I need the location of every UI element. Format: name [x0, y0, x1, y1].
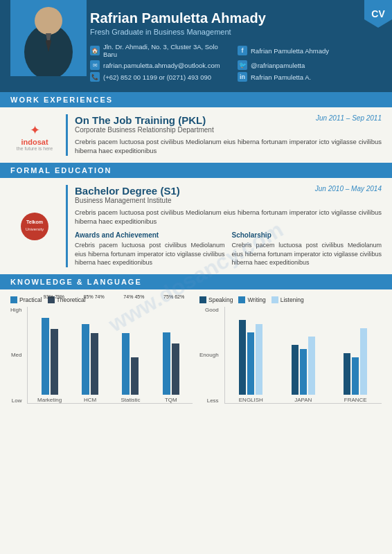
awards-text: Crebris pacem luctuosa post civilibus Me…: [75, 241, 225, 267]
hcm-practical-bar: [82, 324, 89, 395]
writing-color: [238, 296, 245, 303]
twitter-icon: 🐦: [238, 60, 247, 70]
svg-point-4: [21, 213, 48, 240]
bar-statistic: Statistic: [112, 333, 148, 403]
edu-date: Jun 2010 – May 2014: [315, 185, 382, 193]
knowledge-y-axis: High Med Low: [10, 307, 24, 404]
header: CV Rafrian Pamuletta Ahmady Fresh Gradua…: [0, 0, 392, 92]
legend-writing: Writing: [238, 296, 265, 303]
contact-linkedin: in Rafrian Pamuletta A.: [238, 72, 378, 82]
language-bars: ENGLISH JAPAN: [224, 307, 382, 404]
language-chart: Speaking Writing Listening Good Enough L…: [199, 296, 382, 404]
language-legend: Speaking Writing Listening: [199, 296, 382, 303]
legend-listening: Listening: [271, 296, 304, 303]
language-y-axis: Good Enough Less: [199, 307, 221, 404]
japan-speaking-bar: [292, 345, 299, 395]
tqm-theoretical-bar: [172, 343, 179, 395]
home-icon: 🏠: [90, 46, 100, 55]
contact-email: ✉ rafrian.pamuletta.ahmady@outlook.com: [90, 60, 231, 70]
france-writing-bar: [352, 357, 359, 395]
bar-france: FRANCE: [333, 328, 378, 403]
legend-theoretical: Theoretical: [48, 296, 86, 303]
english-writing-bar: [247, 332, 254, 395]
statistic-practical-bar: [122, 333, 130, 395]
email-icon: ✉: [90, 60, 100, 70]
experience-item: ✦ indosat the future is here On The Job …: [10, 114, 382, 156]
knowledge-language-header: KNOWLEDGE & LANGUAGE: [0, 274, 392, 289]
bar-english: ENGLISH: [229, 320, 274, 403]
contact-phone: 📞 (+62) 852 00 1199 or (0271) 493 090: [90, 72, 231, 82]
knowledge-language-content: Practical Theoretical High Med Low: [0, 289, 392, 411]
svg-point-1: [35, 7, 62, 35]
work-experiences-header: WORK EXPERIENCES: [0, 92, 392, 107]
statistic-theoretical-bar: [131, 357, 139, 395]
bar-hcm: HCM: [72, 324, 108, 403]
edu-description: Crebris pacem luctuosa post civilibus Me…: [75, 208, 382, 226]
marketing-theoretical-bar: [51, 329, 58, 395]
avatar: [10, 0, 87, 76]
edu-title: Bachelor Degree (S1): [75, 185, 180, 197]
bar-tqm: TQM: [153, 332, 189, 403]
education-item: Telkom University Bachelor Degree (S1) J…: [10, 185, 382, 267]
english-listening-bar: [256, 324, 262, 395]
exp-description: Crebris pacem luctuosa post civilibus Me…: [75, 137, 382, 156]
phone-icon: 📞: [90, 72, 100, 82]
practical-color: [10, 296, 17, 303]
exp-details: On The Job Training (PKL) Jun 2011 – Sep…: [66, 114, 382, 156]
linkedin-icon: in: [238, 72, 247, 82]
awards-title: Awards and Achievement: [75, 231, 225, 239]
exp-date: Jun 2011 – Sep 2011: [316, 114, 382, 122]
awards-scholarship: Awards and Achievement Crebris pacem luc…: [75, 231, 382, 267]
scholarship-section: Scholarship Crebris pacem luctuosa post …: [232, 231, 382, 267]
theoretical-color: [48, 296, 55, 303]
edu-institution: Business Management Institute: [75, 197, 382, 204]
france-listening-bar: [360, 328, 367, 395]
telkom-icon: Telkom University: [19, 211, 51, 242]
knowledge-bars: Marketing HCM Statistic: [27, 307, 193, 404]
facebook-icon: f: [238, 46, 247, 55]
work-experiences-content: ✦ indosat the future is here On The Job …: [0, 107, 392, 163]
contact-twitter: 🐦 @rafrianpamuletta: [238, 60, 378, 70]
contact-grid: 🏠 Jln. Dr. Ahmadi, No. 3, Cluster 3A, So…: [90, 43, 378, 82]
company-logo-telkom: Telkom University: [10, 185, 59, 267]
bar-marketing: Marketing: [31, 318, 67, 403]
awards-section: Awards and Achievement Crebris pacem luc…: [75, 231, 225, 267]
svg-text:University: University: [25, 227, 43, 231]
indosat-star-icon: ✦: [17, 123, 53, 138]
svg-text:Telkom: Telkom: [26, 220, 43, 224]
contact-facebook: f Rafrian Pamuletta Ahmady: [238, 43, 378, 58]
company-logo-indosat: ✦ indosat the future is here: [10, 114, 59, 156]
contact-address: 🏠 Jln. Dr. Ahmadi, No. 3, Cluster 3A, So…: [90, 43, 231, 58]
header-name: Rafrian Pamuletta Ahmady: [90, 10, 378, 26]
exp-title: On The Job Training (PKL): [75, 114, 206, 126]
listening-color: [271, 296, 278, 303]
speaking-color: [199, 296, 206, 303]
hcm-theoretical-bar: [91, 333, 98, 395]
france-speaking-bar: [344, 353, 350, 395]
formal-education-content: Telkom University Bachelor Degree (S1) J…: [0, 178, 392, 274]
tqm-practical-bar: [163, 332, 170, 395]
header-title: Fresh Graduate in Business Management: [90, 28, 378, 36]
knowledge-chart: Practical Theoretical High Med Low: [10, 296, 193, 404]
scholarship-text: Crebris pacem luctuosa post civilibus Me…: [232, 241, 382, 267]
exp-department: Corporate Business Relationship Departme…: [75, 126, 382, 134]
japan-writing-bar: [300, 349, 307, 395]
scholarship-title: Scholarship: [232, 231, 382, 239]
marketing-practical-bar: [42, 318, 49, 395]
legend-practical: Practical: [10, 296, 42, 303]
japan-listening-bar: [308, 337, 315, 395]
bar-japan: JAPAN: [280, 337, 326, 403]
english-speaking-bar: [239, 320, 246, 395]
legend-speaking: Speaking: [199, 296, 233, 303]
formal-education-header: FORMAL EDUCATION: [0, 163, 392, 178]
edu-details: Bachelor Degree (S1) Jun 2010 – May 2014…: [66, 185, 382, 267]
